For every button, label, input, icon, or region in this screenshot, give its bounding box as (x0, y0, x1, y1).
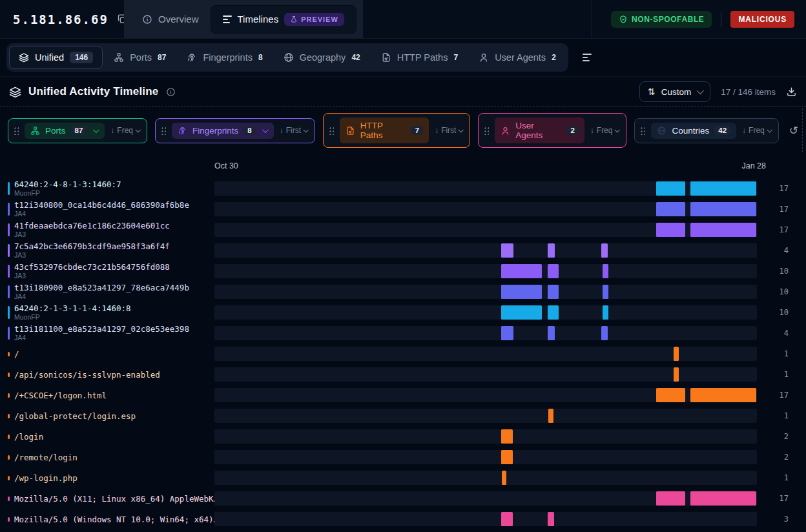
activity-bar[interactable] (656, 491, 685, 506)
nav-tabs: Unified 146 Ports 87 Fingerprints 8 Geog… (6, 43, 568, 72)
chip-count-badge: 2 (566, 126, 578, 135)
activity-track[interactable] (214, 347, 757, 361)
activity-track[interactable] (214, 450, 757, 464)
tab-overview[interactable]: Overview (130, 0, 211, 38)
activity-track[interactable] (214, 305, 757, 320)
timeline-row: /api/sonicos/is-sslvpn-enabled 1 (0, 364, 806, 385)
drag-handle-icon[interactable] (329, 126, 334, 135)
activity-track[interactable] (214, 223, 757, 237)
nav-tab-unified[interactable]: Unified 146 (9, 46, 103, 69)
chip-button[interactable]: User Agents 2 (495, 118, 584, 143)
timeline-row: Mozilla/5.0 (X11; Linux x86_64) AppleWeb… (0, 488, 806, 509)
activity-bar[interactable] (501, 264, 542, 278)
activity-bar[interactable] (656, 202, 685, 216)
activity-bar[interactable] (501, 326, 513, 340)
nav-tab-http-paths[interactable]: HTTP Paths 7 (371, 46, 468, 68)
activity-bar[interactable] (601, 326, 608, 340)
row-sublabel: MuonFP (14, 313, 131, 322)
activity-bar[interactable] (501, 429, 513, 444)
activity-bar[interactable] (501, 243, 513, 258)
download-icon[interactable] (786, 87, 797, 97)
tab-timelines[interactable]: Timelines PREVIEW (211, 5, 356, 34)
file-icon (381, 52, 391, 63)
nav-tab-user-agents[interactable]: User Agents 2 (469, 46, 566, 68)
activity-track[interactable] (214, 471, 757, 485)
chip-sort-control[interactable]: ↓Freq (742, 126, 771, 135)
activity-bar[interactable] (690, 388, 756, 402)
sort-dropdown[interactable]: ⇅ Custom (639, 81, 710, 102)
activity-bar[interactable] (501, 450, 513, 464)
row-sublabel: JA4 (14, 210, 189, 218)
tab-timelines-label: Timelines (238, 14, 279, 25)
badge-divider (721, 12, 721, 27)
activity-bar[interactable] (501, 285, 542, 299)
activity-bar[interactable] (656, 388, 685, 402)
activity-bar[interactable] (674, 367, 679, 382)
chip-button[interactable]: Fingerprints 8 (172, 123, 274, 139)
activity-bar[interactable] (656, 181, 685, 196)
activity-bar[interactable] (656, 223, 685, 237)
chip-sort-control[interactable]: ↓First (280, 126, 307, 135)
activity-track[interactable] (214, 326, 757, 340)
nav-tab-ports[interactable]: Ports 87 (104, 46, 176, 68)
activity-bar[interactable] (548, 243, 555, 258)
chip-button[interactable]: HTTP Paths 7 (340, 118, 429, 143)
info-icon[interactable] (166, 87, 176, 97)
activity-bar[interactable] (502, 471, 506, 485)
items-count: 17 / 146 items (721, 87, 776, 97)
timeline-row: 41fdeaaebdca76e1c186c23604e601cc JA3 17 (0, 220, 806, 240)
activity-bar[interactable] (603, 305, 608, 320)
drag-handle-icon[interactable] (484, 126, 489, 135)
reset-icon[interactable]: ↺ (789, 124, 798, 137)
activity-track[interactable] (214, 409, 757, 423)
activity-bar[interactable] (548, 285, 559, 299)
nav-tab-fingerprints[interactable]: Fingerprints 8 (177, 46, 272, 68)
activity-bar[interactable] (674, 347, 679, 361)
row-count: 3 (757, 515, 806, 524)
row-color-marker (8, 244, 10, 257)
sort-arrows-icon: ⇅ (648, 87, 656, 97)
activity-track[interactable] (214, 181, 757, 196)
activity-track[interactable] (214, 388, 757, 402)
activity-bar[interactable] (690, 223, 756, 237)
filter-icon[interactable] (579, 50, 595, 65)
top-bar: 5.181.86.69 Overview Timelines PREVIEW N… (0, 0, 806, 39)
activity-track[interactable] (214, 429, 757, 444)
activity-bar[interactable] (548, 326, 555, 340)
drag-handle-icon[interactable] (161, 126, 166, 135)
activity-bar[interactable] (501, 512, 513, 526)
activity-track[interactable] (214, 264, 757, 278)
row-label: /wp-login.php (14, 473, 78, 483)
activity-bar[interactable] (690, 181, 756, 196)
chevron-down-icon (697, 87, 704, 94)
activity-bar[interactable] (548, 512, 554, 526)
activity-bar[interactable] (603, 264, 608, 278)
activity-bar[interactable] (603, 285, 608, 299)
nav-tab-geography[interactable]: Geography 42 (274, 46, 370, 68)
activity-track[interactable] (214, 285, 757, 299)
file-icon (346, 126, 355, 136)
activity-bar[interactable] (548, 409, 553, 423)
activity-bar[interactable] (501, 305, 542, 320)
chip-button[interactable]: Countries 42 (651, 123, 736, 139)
info-icon (142, 14, 152, 25)
chevron-down-icon (615, 127, 620, 132)
drag-handle-icon[interactable] (14, 126, 19, 135)
activity-track[interactable] (214, 243, 757, 258)
chip-button[interactable]: Ports 87 (25, 123, 105, 139)
activity-bar[interactable] (690, 491, 756, 506)
activity-track[interactable] (214, 367, 757, 382)
chip-sort-control[interactable]: ↓Freq (110, 126, 140, 135)
row-label: 41fdeaaebdca76e1c186c23604e601cc (14, 221, 170, 230)
chip-sort-control[interactable]: ↓First (435, 126, 462, 135)
activity-track[interactable] (214, 202, 757, 216)
chip-sort-control[interactable]: ↓Freq (590, 126, 619, 135)
drag-handle-icon[interactable] (640, 126, 645, 135)
activity-track[interactable] (214, 512, 757, 526)
activity-bar[interactable] (548, 264, 559, 278)
row-sublabel: MuonFP (14, 189, 121, 198)
activity-bar[interactable] (601, 243, 608, 258)
activity-track[interactable] (214, 491, 757, 506)
activity-bar[interactable] (690, 202, 756, 216)
activity-bar[interactable] (548, 305, 559, 320)
